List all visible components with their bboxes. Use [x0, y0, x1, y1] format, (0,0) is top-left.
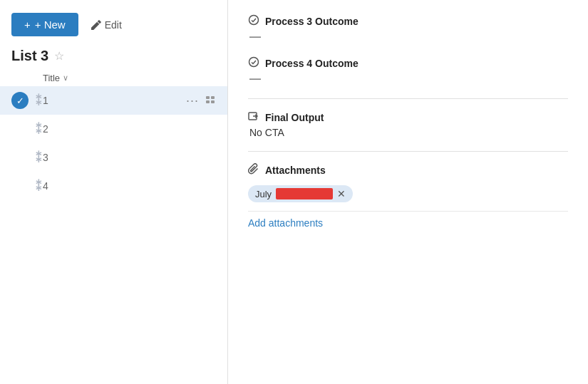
- final-output-label: Final Output: [248, 110, 568, 124]
- edit-button[interactable]: Edit: [84, 15, 129, 35]
- check-circle-icon: [248, 14, 259, 28]
- divider: [248, 151, 568, 152]
- row-action-icon[interactable]: [205, 94, 216, 108]
- item-number: 1: [43, 95, 48, 106]
- new-button-label: + New: [35, 19, 66, 31]
- list-item[interactable]: ⁑ 4: [0, 172, 227, 200]
- final-output-section: Final Output No CTA: [248, 110, 568, 138]
- list-items: ✓ ⁑ 1 ··· ⁑ 2: [0, 86, 227, 200]
- paperclip-icon: [248, 163, 259, 177]
- attachment-tag-redacted: [276, 188, 333, 199]
- new-button[interactable]: + + New: [11, 13, 78, 36]
- column-header[interactable]: Title ∨: [0, 70, 227, 86]
- item-number: 2: [43, 123, 48, 135]
- spinner-icon: ⁑: [36, 123, 41, 136]
- final-output-value: No CTA: [248, 127, 568, 138]
- item-label: ⁑ 2: [11, 123, 48, 136]
- list-title: List 3: [11, 48, 48, 64]
- spinner-icon: ⁑: [36, 94, 41, 108]
- attachments-label: Attachments: [248, 163, 568, 177]
- plus-icon: +: [24, 19, 31, 31]
- add-attachments-label: Add attachments: [248, 217, 323, 229]
- item-actions: ···: [186, 93, 216, 108]
- spinner-icon: ⁑: [36, 151, 41, 165]
- spinner-icon: ⁑: [36, 180, 41, 193]
- toolbar: + + New Edit: [0, 7, 227, 45]
- column-title-label: Title: [43, 73, 60, 83]
- process3-label-text: Process 3 Outcome: [265, 16, 359, 27]
- check-circle-icon: [248, 56, 259, 70]
- list-item[interactable]: ⁑ 3: [0, 143, 227, 172]
- add-attachments-link[interactable]: Add attachments: [248, 211, 568, 234]
- final-output-label-text: Final Output: [265, 112, 324, 123]
- divider: [248, 98, 568, 99]
- process3-value: —: [248, 31, 568, 43]
- svg-rect-1: [211, 96, 215, 99]
- svg-point-5: [249, 58, 259, 67]
- svg-point-4: [249, 16, 259, 25]
- attachments-label-text: Attachments: [265, 165, 326, 176]
- process3-label: Process 3 Outcome: [248, 14, 568, 28]
- edit-button-label: Edit: [105, 19, 122, 31]
- process4-label-text: Process 4 Outcome: [265, 58, 359, 69]
- item-label: ⁑ 1: [36, 94, 48, 108]
- process4-label: Process 4 Outcome: [248, 56, 568, 70]
- list-item[interactable]: ✓ ⁑ 1 ···: [0, 86, 227, 115]
- attachment-remove-button[interactable]: ✕: [337, 188, 346, 199]
- svg-rect-3: [211, 100, 215, 103]
- list-item[interactable]: ⁑ 2: [0, 115, 227, 143]
- process4-value: —: [248, 73, 568, 85]
- item-label: ⁑ 3: [11, 151, 48, 165]
- left-panel: + + New Edit List 3 ☆ Title ∨ ✓ ⁑ 1 ···: [0, 0, 228, 384]
- attachment-tag: July ✕: [248, 185, 353, 202]
- selected-check-icon: ✓: [11, 92, 29, 109]
- star-icon[interactable]: ☆: [54, 49, 64, 63]
- list-title-row: List 3 ☆: [0, 45, 227, 70]
- attachment-tag-text: July: [255, 189, 272, 199]
- pencil-icon: [91, 20, 101, 30]
- svg-rect-0: [206, 96, 210, 99]
- process4-section: Process 4 Outcome —: [248, 56, 568, 85]
- output-icon: [248, 110, 259, 124]
- item-label: ⁑ 4: [11, 180, 48, 193]
- svg-rect-2: [206, 100, 210, 103]
- process3-section: Process 3 Outcome —: [248, 14, 568, 43]
- right-panel: Process 3 Outcome — Process 4 Outcome —: [228, 0, 588, 384]
- item-number: 3: [43, 152, 48, 163]
- chevron-down-icon: ∨: [63, 73, 68, 83]
- item-number: 4: [43, 180, 48, 192]
- attachments-section: Attachments July ✕ Add attachments: [248, 163, 568, 234]
- dots-menu-icon[interactable]: ···: [186, 93, 199, 108]
